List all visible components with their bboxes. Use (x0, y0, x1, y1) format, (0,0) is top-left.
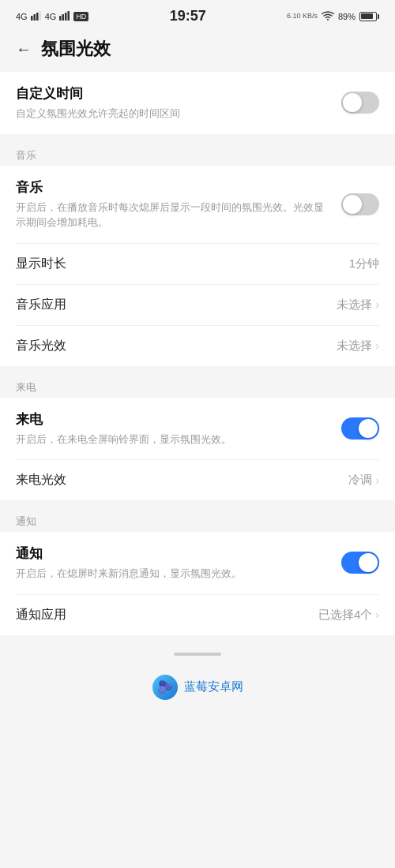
incoming-desc: 开启后，在来电全屏响铃界面，显示氛围光效。 (16, 432, 332, 447)
display-duration-value: 1分钟 (349, 256, 379, 271)
scroll-indicator-area (0, 643, 395, 659)
back-button[interactable]: ← (16, 40, 32, 58)
toggle-knob (359, 419, 378, 438)
display-duration-label: 显示时长 (16, 256, 66, 272)
music-title: 音乐 (16, 178, 332, 196)
display-duration-item[interactable]: 显示时长 1分钟 (16, 244, 379, 285)
speed-label: 6.10 KB/s (287, 12, 318, 21)
watermark-text: 蓝莓安卓网 (184, 679, 243, 694)
chevron-icon: › (375, 298, 379, 311)
notification-title: 通知 (16, 544, 332, 563)
notification-desc: 开启后，在熄屏时来新消息通知，显示氛围光效。 (16, 566, 332, 582)
header: ← 氛围光效 (0, 29, 395, 72)
toggle-knob (359, 553, 378, 572)
custom-time-item: 自定义时间 自定义氛围光效允许亮起的时间区间 (16, 72, 379, 134)
notification-toggle[interactable] (341, 552, 379, 574)
incoming-effect-item[interactable]: 来电光效 冷调 › (16, 460, 379, 500)
music-app-item[interactable]: 音乐应用 未选择 › (16, 285, 379, 326)
notification-app-item[interactable]: 通知应用 已选择4个 › (16, 595, 379, 635)
watermark: 🫐 蓝莓安卓网 (0, 659, 395, 716)
status-right: 6.10 KB/s 89% (287, 10, 379, 23)
incoming-toggle[interactable] (341, 417, 379, 440)
chevron-icon: › (375, 339, 379, 352)
custom-time-section: 自定义时间 自定义氛围光效允许亮起的时间区间 (0, 72, 395, 134)
svg-rect-2 (36, 13, 39, 21)
incoming-title: 来电 (16, 410, 332, 428)
battery-icon (359, 12, 379, 21)
svg-rect-0 (31, 16, 33, 21)
network2-label: 4G (45, 12, 57, 21)
music-effect-label: 音乐光效 (16, 338, 66, 354)
chevron-icon: › (375, 608, 379, 621)
music-section: 音乐 开启后，在播放音乐时每次熄屏后显示一段时间的氛围光效。光效显示期间会增加耗… (0, 166, 395, 366)
custom-time-toggle[interactable] (341, 92, 379, 114)
incoming-effect-value: 冷调 (348, 473, 372, 488)
notification-section: 通知 开启后，在熄屏时来新消息通知，显示氛围光效。 通知应用 已选择4个 › (0, 532, 395, 635)
signal-icon1 (31, 11, 42, 22)
svg-rect-6 (65, 13, 67, 21)
svg-rect-4 (59, 16, 62, 21)
incoming-section: 来电 开启后，在来电全屏响铃界面，显示氛围光效。 来电光效 冷调 › (0, 398, 395, 501)
status-left: 4G 4G HD (16, 11, 88, 22)
music-desc: 开启后，在播放音乐时每次熄屏后显示一段时间的氛围光效。光效显示期间会增加耗电。 (16, 200, 332, 230)
incoming-section-label: 来电 (0, 374, 395, 398)
status-bar: 4G 4G HD 19:57 6.10 KB/s (0, 0, 395, 29)
scroll-bar (174, 653, 221, 656)
svg-rect-7 (68, 11, 70, 21)
toggle-knob (343, 93, 362, 112)
hd-label: HD (73, 12, 88, 21)
custom-time-desc: 自定义氛围光效允许亮起的时间区间 (16, 106, 332, 122)
notification-app-label: 通知应用 (16, 607, 66, 623)
signal-icon2 (59, 11, 70, 22)
music-effect-value: 未选择 (337, 339, 372, 354)
svg-rect-3 (39, 11, 41, 21)
toggle-knob (343, 195, 362, 214)
incoming-main-item: 来电 开启后，在来电全屏响铃界面，显示氛围光效。 (16, 398, 379, 461)
wifi-icon (322, 10, 334, 23)
network1-label: 4G (16, 12, 28, 21)
notification-section-label: 通知 (0, 508, 395, 532)
custom-time-title: 自定义时间 (16, 84, 332, 103)
chevron-icon: › (375, 474, 379, 487)
music-effect-item[interactable]: 音乐光效 未选择 › (16, 326, 379, 366)
music-main-item: 音乐 开启后，在播放音乐时每次熄屏后显示一段时间的氛围光效。光效显示期间会增加耗… (16, 166, 379, 244)
music-toggle[interactable] (341, 193, 379, 215)
incoming-effect-label: 来电光效 (16, 472, 66, 488)
music-app-value: 未选择 (337, 297, 372, 312)
page-title: 氛围光效 (41, 37, 111, 61)
watermark-icon: 🫐 (152, 675, 178, 700)
music-section-label: 音乐 (0, 142, 395, 166)
music-app-label: 音乐应用 (16, 297, 66, 313)
battery-percentage: 89% (338, 12, 356, 21)
notification-app-value: 已选择4个 (318, 608, 372, 623)
svg-rect-1 (33, 14, 36, 21)
notification-main-item: 通知 开启后，在熄屏时来新消息通知，显示氛围光效。 (16, 532, 379, 595)
time-display: 19:57 (170, 8, 206, 24)
svg-rect-5 (62, 14, 65, 21)
